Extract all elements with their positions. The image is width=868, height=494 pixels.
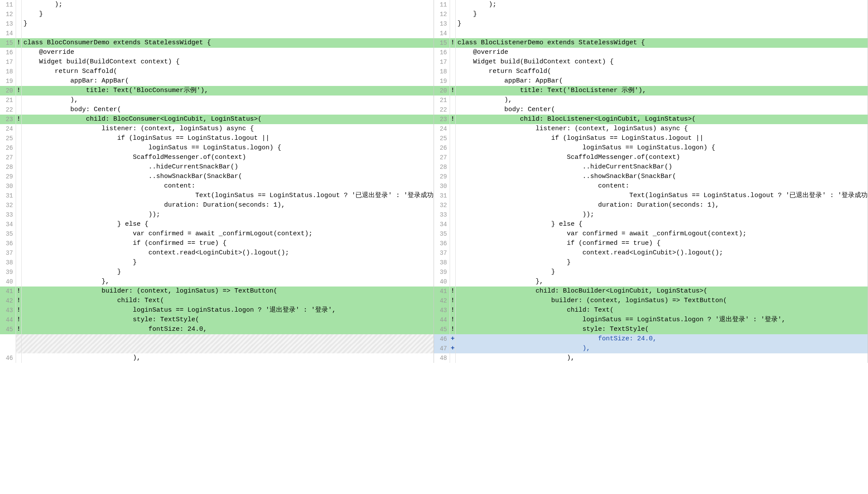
code-line[interactable]: 42! builder: (context, loginSatus) => Te… (434, 296, 868, 306)
code-line[interactable]: 41! child: BlocBuilder<LoginCubit, Login… (434, 287, 868, 296)
code-line[interactable]: 43! loginSatus == LoginStatus.logon ? '退… (0, 306, 434, 315)
code-line[interactable]: 19 appBar: AppBar( (434, 76, 868, 86)
code-line[interactable]: 21 ), (0, 96, 434, 105)
line-number: 34 (434, 220, 450, 229)
code-text: if (confirmed == true) { (22, 239, 434, 248)
code-line[interactable]: 16 @override (434, 48, 868, 57)
code-line[interactable]: 43! child: Text( (434, 306, 868, 315)
code-line[interactable]: 47+ ), (434, 344, 868, 353)
diff-marker: + (450, 344, 456, 353)
code-line[interactable]: 18 return Scaffold( (0, 67, 434, 76)
code-text: child: BlocBuilder<LoginCubit, LoginStat… (456, 287, 868, 296)
code-line[interactable]: 11 ); (434, 0, 868, 10)
code-line[interactable]: 19 appBar: AppBar( (0, 76, 434, 86)
code-line[interactable]: 12 } (0, 10, 434, 19)
code-line[interactable]: 20! title: Text('BlocListener 示例'), (434, 86, 868, 96)
diff-left-pane[interactable]: 11 );12 }13}1415!class BlocConsumerDemo … (0, 0, 434, 363)
code-line[interactable]: 32 duration: Duration(seconds: 1), (434, 201, 868, 210)
code-line[interactable]: 15!class BlocListenerDemo extends Statel… (434, 38, 868, 48)
code-line[interactable]: 13} (0, 19, 434, 29)
code-line[interactable]: 12 } (434, 10, 868, 19)
code-line[interactable]: 25 if (loginSatus == LoginStatus.logout … (434, 134, 868, 143)
code-line[interactable]: 37 context.read<LoginCubit>().logout(); (0, 248, 434, 258)
code-line[interactable]: 38 } (434, 258, 868, 267)
diff-marker (16, 334, 22, 344)
code-line[interactable]: 13} (434, 19, 868, 29)
code-line[interactable]: 32 duration: Duration(seconds: 1), (0, 201, 434, 210)
code-line[interactable]: 26 loginSatus == LoginStatus.logon) { (434, 143, 868, 153)
code-line[interactable]: 21 ), (434, 96, 868, 105)
code-line[interactable]: 29 ..showSnackBar(SnackBar( (0, 172, 434, 181)
code-line[interactable]: 20! title: Text('BlocConsumer示例'), (0, 86, 434, 96)
code-line[interactable]: 25 if (loginSatus == LoginStatus.logout … (0, 134, 434, 143)
code-line[interactable]: 14 (0, 29, 434, 38)
code-line[interactable]: 16 @override (0, 48, 434, 57)
code-line[interactable]: 31 Text(loginSatus == LoginStatus.logout… (434, 191, 868, 201)
code-line[interactable]: 40 }, (0, 277, 434, 287)
line-number: 22 (434, 105, 450, 115)
code-line[interactable]: 30 content: (0, 181, 434, 191)
code-text: ), (22, 353, 434, 363)
code-text: listener: (context, loginSatus) async { (456, 124, 868, 134)
code-line[interactable]: 22 body: Center( (434, 105, 868, 115)
code-text: child: BlocListener<LoginCubit, LoginSta… (456, 115, 868, 124)
code-line[interactable]: 46+ fontSize: 24.0, (434, 334, 868, 344)
diff-right-pane[interactable]: 11 );12 }13}1415!class BlocListenerDemo … (434, 0, 868, 363)
code-line[interactable]: 35 var confirmed = await _confirmLogout(… (0, 229, 434, 239)
code-text: return Scaffold( (22, 67, 434, 76)
code-line[interactable]: 17 Widget build(BuildContext context) { (434, 57, 868, 67)
diff-marker (16, 153, 22, 162)
code-line[interactable]: 17 Widget build(BuildContext context) { (0, 57, 434, 67)
code-text: )); (456, 210, 868, 220)
code-line[interactable]: 28 ..hideCurrentSnackBar() (0, 162, 434, 172)
code-line[interactable] (0, 344, 434, 353)
code-line[interactable]: 37 context.read<LoginCubit>().logout(); (434, 248, 868, 258)
code-line[interactable]: 46 ), (0, 353, 434, 363)
code-line[interactable]: 23! child: BlocConsumer<LoginCubit, Logi… (0, 115, 434, 124)
code-line[interactable]: 34 } else { (434, 220, 868, 229)
code-line[interactable]: 22 body: Center( (0, 105, 434, 115)
code-line[interactable]: 27 ScaffoldMessenger.of(context) (434, 153, 868, 162)
code-line[interactable]: 36 if (confirmed == true) { (434, 239, 868, 248)
code-line[interactable]: 27 ScaffoldMessenger.of(context) (0, 153, 434, 162)
code-text: @override (22, 48, 434, 57)
code-line[interactable] (0, 334, 434, 344)
code-text: title: Text('BlocConsumer示例'), (22, 86, 434, 96)
code-line[interactable]: 24 listener: (context, loginSatus) async… (434, 124, 868, 134)
diff-marker (450, 181, 456, 191)
code-text: loginSatus == LoginStatus.logon) { (22, 143, 434, 153)
code-line[interactable]: 28 ..hideCurrentSnackBar() (434, 162, 868, 172)
code-line[interactable]: 24 listener: (context, loginSatus) async… (0, 124, 434, 134)
code-line[interactable]: 36 if (confirmed == true) { (0, 239, 434, 248)
code-line[interactable]: 41! builder: (context, loginSatus) => Te… (0, 287, 434, 296)
code-line[interactable]: 29 ..showSnackBar(SnackBar( (434, 172, 868, 181)
code-line[interactable]: 45! style: TextStyle( (434, 325, 868, 334)
code-line[interactable]: 14 (434, 29, 868, 38)
line-number: 15 (0, 38, 16, 48)
line-number: 32 (434, 201, 450, 210)
code-line[interactable]: 11 ); (0, 0, 434, 10)
code-line[interactable]: 44! loginSatus == LoginStatus.logon ? '退… (434, 315, 868, 325)
code-line[interactable]: 40 }, (434, 277, 868, 287)
code-line[interactable]: 39 } (0, 267, 434, 277)
code-line[interactable]: 35 var confirmed = await _confirmLogout(… (434, 229, 868, 239)
code-line[interactable]: 44! style: TextStyle( (0, 315, 434, 325)
code-line[interactable]: 30 content: (434, 181, 868, 191)
code-line[interactable]: 45! fontSize: 24.0, (0, 325, 434, 334)
code-line[interactable]: 18 return Scaffold( (434, 67, 868, 76)
code-line[interactable]: 39 } (434, 267, 868, 277)
code-line[interactable]: 38 } (0, 258, 434, 267)
code-line[interactable]: 26 loginSatus == LoginStatus.logon) { (0, 143, 434, 153)
code-line[interactable]: 33 )); (434, 210, 868, 220)
code-line[interactable]: 15!class BlocConsumerDemo extends Statel… (0, 38, 434, 48)
diff-marker (450, 29, 456, 38)
code-text: ScaffoldMessenger.of(context) (456, 153, 868, 162)
code-line[interactable]: 48 ), (434, 353, 868, 363)
code-line[interactable]: 23! child: BlocListener<LoginCubit, Logi… (434, 115, 868, 124)
code-line[interactable]: 33 )); (0, 210, 434, 220)
code-text: ..hideCurrentSnackBar() (456, 162, 868, 172)
code-line[interactable]: 31 Text(loginSatus == LoginStatus.logout… (0, 191, 434, 201)
code-line[interactable]: 34 } else { (0, 220, 434, 229)
diff-marker: ! (16, 115, 22, 124)
code-line[interactable]: 42! child: Text( (0, 296, 434, 306)
